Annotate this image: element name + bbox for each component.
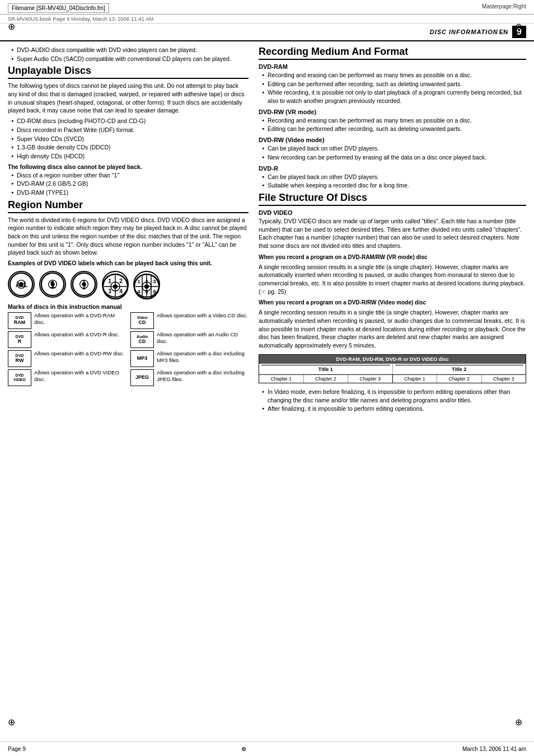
page-title-bar: DISC INFORMATION EN 9 <box>0 24 534 41</box>
dvd-rw-vr-subheading: DVD-RW (VR mode) <box>259 109 526 115</box>
fs-title2-cell: Title 2 <box>393 364 526 374</box>
chapter-cell: Chapter 2 <box>304 375 349 383</box>
when-dvdram-rw-vr-heading: When you record a program on a DVD-RAM/R… <box>259 253 526 261</box>
svg-text:6: 6 <box>153 289 156 294</box>
dvd-video-intro: Typically, DVD VIDEO discs are made up o… <box>259 217 526 250</box>
disc-mark-text: Allows operation with a disc including J… <box>157 369 249 383</box>
badge-bot-line: JPEG <box>135 375 149 381</box>
svg-text:2: 2 <box>82 284 86 290</box>
unplayable-bullets: CD-ROM discs (including PHOTO-CD and CD-… <box>8 117 249 160</box>
list-item: Recording and erasing can be performed a… <box>262 116 526 125</box>
dvd-label-12: 1 2 <box>71 271 97 298</box>
chapter-cell: Chapter 3 <box>348 375 392 383</box>
mp3-badge: MP3 <box>130 350 154 367</box>
list-item: Can be played back on other DVD players. <box>262 144 526 153</box>
fs-diagram-title: DVD-RAM, DVD-RW, DVD-R or DVD VIDEO disc <box>259 355 526 364</box>
disc-marks-grid: DVD RAM Allows operation with a DVD-RAM … <box>8 312 249 386</box>
svg-text:1: 1 <box>108 278 111 284</box>
disc-mark-item: JPEG Allows operation with a disc includ… <box>130 369 249 386</box>
when-dvdr-rw-video-heading: When you record a program on a DVD-R/RW … <box>259 299 526 307</box>
video-cd-badge: Video CD <box>130 312 154 329</box>
list-item: After finalizing, it is impossible to pe… <box>262 405 526 413</box>
list-item: New recording can be performed by erasin… <box>262 153 526 162</box>
list-item: Editing can be performed after recording… <box>262 80 526 88</box>
title1-span: Title 1 <box>261 365 390 373</box>
dvd-label-all: ALL <box>8 271 35 298</box>
disc-mark-text: Allows operation with a DVD VIDEO disc. <box>34 369 126 383</box>
badge-bot-line: R <box>18 339 22 345</box>
disc-mark-item: DVD RAM Allows operation with a DVD-RAM … <box>8 312 126 329</box>
dvd-label-1234: 1 2 3 4 <box>102 271 129 298</box>
fs-title1-cell: Title 1 <box>259 364 393 374</box>
fs-title2-label: Title 2 <box>393 364 526 374</box>
corner-compass-bottom-right: ⊕ <box>515 717 526 728</box>
fs-chapters-title1: Chapter 1 Chapter 2 Chapter 3 <box>259 375 393 383</box>
chapter-cell: Chapter 3 <box>482 375 526 383</box>
svg-text:5: 5 <box>145 289 148 294</box>
corner-compass-top-right: ⊕ <box>515 21 526 32</box>
footer-date: March 13, 2006 11:41 am <box>462 746 526 752</box>
top-header: Filename [SR-MV40U_04DiscInfo.fm] Master… <box>0 0 534 15</box>
badge-bot-line: CD <box>139 339 146 345</box>
list-item: Editing can be performed after recording… <box>262 125 526 133</box>
recording-medium-heading: Recording Medium And Format <box>259 46 526 60</box>
unplayable-discs-intro: The following types of discs cannot be p… <box>8 82 249 115</box>
also-cannot-heading: The following discs also cannot be playe… <box>8 163 249 170</box>
disc-mark-text: Allows operation with a disc including M… <box>157 350 249 364</box>
disc-mark-text: Allows operation with a DVD-RW disc. <box>34 350 124 357</box>
footer-page-number: Page 9 <box>8 746 26 752</box>
disc-mark-text: Allows operation with a DVD-RAM disc. <box>34 312 126 326</box>
examples-label: Examples of DVD VIDEO labels which can b… <box>8 259 249 267</box>
svg-text:2: 2 <box>145 279 148 284</box>
chapter-cell: Chapter 1 <box>259 375 304 383</box>
left-column: DVD-AUDIO discs compatible with DVD vide… <box>8 41 249 415</box>
disc-mark-item: DVD R Allows operation with a DVD-R disc… <box>8 331 126 348</box>
list-item: Recording and erasing can be performed a… <box>262 71 526 79</box>
disc-mark-text: Allows operation with a Video CD disc. <box>157 312 247 319</box>
dvd-icons-row: ALL 1 <box>8 271 249 298</box>
svg-text:4: 4 <box>137 289 140 294</box>
list-item: DVD-AUDIO discs compatible with DVD vide… <box>11 46 249 54</box>
jpeg-badge: JPEG <box>130 369 154 386</box>
en-label: EN <box>499 29 508 35</box>
page-footer: Page 9 ⊕ March 13, 2006 11:41 am <box>0 741 534 756</box>
dvd-ram-subheading: DVD-RAM <box>259 63 526 70</box>
disc-mark-text: Allows operation with a DVD-R disc. <box>34 331 119 338</box>
disc-mark-text: Allows operation with an Audio CD disc. <box>157 331 249 345</box>
dvd-label-1: 1 <box>39 271 66 298</box>
dvd-rw-video-bullets: Can be played back on other DVD players.… <box>259 144 526 161</box>
dvd-video-badge: DVD VIDEO <box>8 369 31 386</box>
title2-span: Title 2 <box>395 365 524 373</box>
fs-titles-row: Title 1 Title 2 <box>259 364 526 375</box>
svg-text:1: 1 <box>137 279 140 284</box>
right-column: Recording Medium And Format DVD-RAM Reco… <box>259 41 526 415</box>
file-structure-footer-bullets: In Video mode, even before finalizing, i… <box>259 388 526 413</box>
dvd-r-bullets: Can be played back on other DVD players.… <box>259 173 526 190</box>
list-item: DVD-RAM (TYPE1) <box>11 189 249 197</box>
list-item: DVD-RAM (2.6 GB/5.2 GB) <box>11 180 249 188</box>
unplayable-discs-heading: Unplayable Discs <box>8 65 249 79</box>
file-structure-section: File Structure Of Discs DVD VIDEO Typica… <box>259 192 526 413</box>
unplayable-discs-section: Unplayable Discs The following types of … <box>8 65 249 196</box>
disc-mark-item: DVD VIDEO Allows operation with a DVD VI… <box>8 369 126 386</box>
list-item: Super Video CDs (SVCD) <box>11 135 249 143</box>
subheader-bar: SR-MV40US.book Page 9 Monday, March 13, … <box>0 15 534 24</box>
list-item: High density CDs (HDCD) <box>11 152 249 161</box>
dvd-r-subheading: DVD-R <box>259 165 526 172</box>
masterpage-label: Masterpage:Right <box>482 3 526 10</box>
chapter-cell: Chapter 2 <box>437 375 482 383</box>
list-item: Discs of a region number other than "1" <box>11 171 249 180</box>
badge-bot-line: RW <box>16 358 24 364</box>
marks-section-title: Marks of discs in this instruction manua… <box>8 303 249 310</box>
svg-text:3: 3 <box>108 288 111 294</box>
disc-mark-item: Video CD Allows operation with a Video C… <box>130 312 249 329</box>
region-number-section: Region Number The world is divided into … <box>8 199 249 386</box>
dvd-r-badge: DVD R <box>8 331 31 348</box>
list-item: 1.3-GB double density CDs (DDCD) <box>11 143 249 152</box>
dvd-rw-video-subheading: DVD-RW (Video mode) <box>259 137 526 143</box>
badge-top-line: DVD <box>16 373 24 378</box>
dvd-rw-vr-bullets: Recording and erasing can be performed a… <box>259 116 526 133</box>
list-item: Super Audio CDs (SACD) compatible with c… <box>11 55 249 63</box>
badge-bot-line: VIDEO <box>13 378 26 382</box>
dvd-video-subheading: DVD VIDEO <box>259 209 526 216</box>
